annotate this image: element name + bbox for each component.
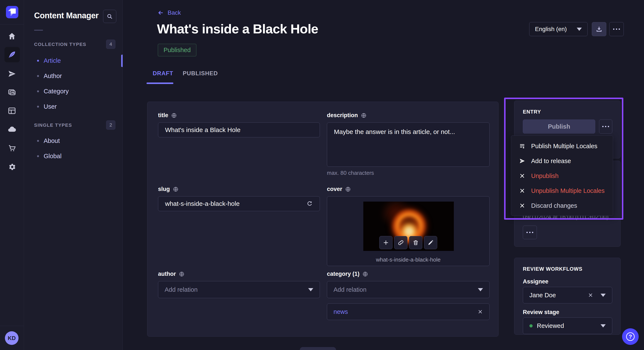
field-author: author Add relation <box>158 271 320 298</box>
strapi-logo[interactable] <box>6 6 18 18</box>
field-slug-label: slug <box>158 186 170 192</box>
chevron-down-icon <box>577 28 582 31</box>
sidebar-item-label: Article <box>44 57 61 64</box>
arrow-left-icon <box>158 9 164 16</box>
review-stage-label: Review stage <box>523 309 559 316</box>
slug-input[interactable]: what-s-inside-a-black-hole <box>158 196 320 211</box>
divider <box>0 24 24 24</box>
sidebar-item-category[interactable]: Category <box>37 87 69 96</box>
tab-published[interactable]: PUBLISHED <box>183 70 218 77</box>
description-textarea[interactable]: Maybe the answer is in this article, or … <box>327 123 490 167</box>
clear-assignee-icon[interactable] <box>588 292 593 298</box>
bullet-icon <box>37 106 39 108</box>
menu-item-unpublish[interactable]: Unpublish <box>511 169 613 183</box>
sidebar-item-article[interactable]: Article <box>37 56 61 65</box>
remove-relation-icon[interactable] <box>478 309 483 315</box>
entry-more-button[interactable] <box>599 120 612 134</box>
review-workflows-heading: REVIEW WORKFLOWS <box>523 266 582 272</box>
sidebar-item-global[interactable]: Global <box>37 151 62 161</box>
globe-icon <box>179 271 184 277</box>
active-tab-underline <box>146 82 173 84</box>
add-asset-button[interactable] <box>379 236 392 249</box>
download-icon <box>596 26 602 32</box>
author-relation-select[interactable]: Add relation <box>158 281 320 298</box>
cross-icon <box>519 188 526 194</box>
page-title: What's inside a Black Hole <box>157 21 318 36</box>
home-icon[interactable] <box>8 32 16 40</box>
bullet-icon <box>37 90 39 92</box>
link-icon <box>398 239 404 246</box>
cover-asset-card: what-s-inside-a-black-hole <box>327 196 490 266</box>
field-cover-label: cover <box>327 186 342 192</box>
delete-asset-button[interactable] <box>409 236 422 249</box>
status-badge: Published <box>158 44 196 56</box>
releases-send-icon[interactable] <box>8 70 16 78</box>
relation-link[interactable]: news <box>334 308 348 315</box>
relation-item-news[interactable]: news <box>327 303 490 320</box>
content-type-builder-icon[interactable] <box>8 107 16 115</box>
tab-draft[interactable]: DRAFT <box>153 70 173 77</box>
cross-icon <box>519 173 526 179</box>
chevron-down-icon <box>478 288 483 291</box>
sidebar-item-label: User <box>44 103 57 110</box>
header-more-button[interactable] <box>609 22 624 36</box>
menu-item-discard-changes[interactable]: Discard changes <box>511 198 613 213</box>
ellipsis-icon <box>526 232 533 233</box>
content-manager-subnav: Content Manager COLLECTION TYPES 4 Artic… <box>24 0 123 350</box>
chevron-down-icon <box>600 324 606 328</box>
assignee-label: Assignee <box>523 278 548 285</box>
single-types-count: 2 <box>106 120 116 130</box>
divider <box>0 326 24 326</box>
title-input[interactable]: What's inside a Black Hole <box>158 123 320 137</box>
back-link[interactable]: Back <box>158 9 181 16</box>
cloud-icon[interactable] <box>8 125 16 134</box>
review-stage-select[interactable]: Reviewed <box>523 318 612 334</box>
edit-form-card: title What's inside a Black Hole descrip… <box>147 102 498 337</box>
edit-asset-button[interactable] <box>424 236 437 249</box>
globe-icon <box>362 271 368 277</box>
search-button[interactable] <box>103 10 116 23</box>
schedule-more-button[interactable] <box>523 226 537 239</box>
search-icon <box>106 13 113 19</box>
bullet-icon <box>37 60 39 62</box>
send-icon <box>519 158 526 164</box>
chevron-down-icon <box>600 294 606 297</box>
field-description: description Maybe the answer is in this … <box>327 112 490 176</box>
ellipsis-icon <box>613 28 620 30</box>
marketplace-cart-icon[interactable] <box>8 144 16 152</box>
trash-icon <box>412 239 419 246</box>
bullet-icon <box>37 140 39 142</box>
content-manager-feather-icon[interactable] <box>8 50 16 59</box>
settings-gear-icon[interactable] <box>8 163 16 171</box>
field-cover: cover <box>327 186 490 266</box>
field-title-label: title <box>158 112 168 119</box>
cover-actions <box>379 236 437 249</box>
globe-icon <box>173 186 178 192</box>
help-button[interactable]: ? <box>622 328 639 345</box>
publish-button[interactable]: Publish <box>523 120 595 134</box>
field-author-label: author <box>158 271 176 277</box>
partial-button[interactable] <box>300 347 336 350</box>
collection-types-heading: COLLECTION TYPES <box>34 42 86 47</box>
regenerate-slug-icon[interactable] <box>306 200 313 207</box>
locale-select[interactable]: English (en) <box>529 22 588 36</box>
menu-item-publish-multiple-locales[interactable]: Publish Multiple Locales <box>511 139 613 154</box>
pencil-icon <box>428 239 434 246</box>
menu-item-unpublish-multiple-locales[interactable]: Unpublish Multiple Locales <box>511 183 613 198</box>
category-relation-select[interactable]: Add relation <box>327 281 490 298</box>
sidebar-item-user[interactable]: User <box>37 102 57 111</box>
copy-link-button[interactable] <box>394 236 408 249</box>
menu-item-add-to-release[interactable]: Add to release <box>511 154 613 169</box>
review-workflows-panel: REVIEW WORKFLOWS Assignee Jane Doe Revie… <box>514 258 620 335</box>
entry-heading: ENTRY <box>523 109 541 115</box>
sidebar-item-about[interactable]: About <box>37 136 60 146</box>
single-types-heading: SINGLE TYPES <box>34 123 72 128</box>
sidebar-item-author[interactable]: Author <box>37 71 62 81</box>
user-avatar[interactable]: KD <box>5 331 18 345</box>
media-library-icon[interactable] <box>8 88 16 97</box>
export-button[interactable] <box>592 22 606 36</box>
field-description-label: description <box>327 112 358 119</box>
question-icon: ? <box>626 332 635 341</box>
assignee-select[interactable]: Jane Doe <box>523 287 612 303</box>
collection-types-count: 4 <box>106 39 116 49</box>
